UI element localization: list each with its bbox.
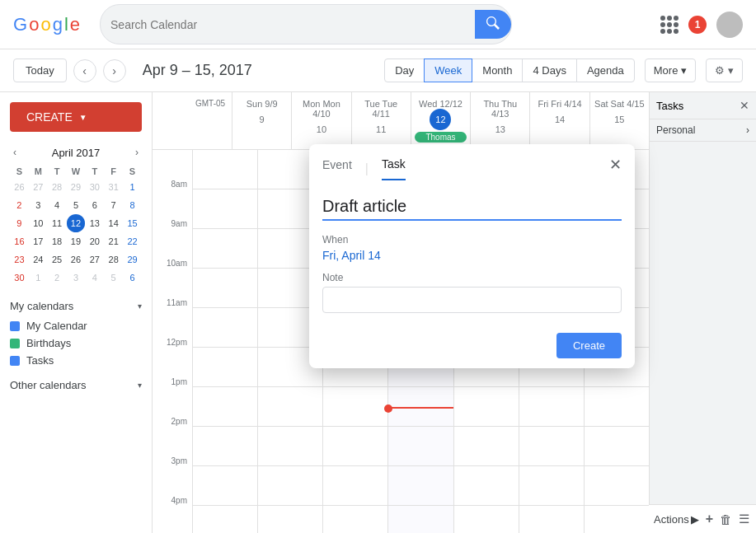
mini-cal-day[interactable]: 20 — [85, 232, 104, 250]
view-month[interactable]: Month — [472, 58, 523, 82]
mini-cal-day[interactable]: 15 — [123, 214, 142, 232]
mini-cal-day[interactable]: 14 — [104, 214, 123, 232]
mini-cal-day[interactable]: 26 — [67, 250, 86, 269]
cal-item-label: My Calendar — [26, 320, 87, 332]
mini-cal-day[interactable]: 17 — [29, 232, 48, 250]
mini-cal-day[interactable]: 13 — [85, 214, 104, 232]
mini-cal-day[interactable]: 7 — [104, 196, 123, 214]
day-column[interactable] — [192, 150, 257, 533]
day-number: 9 — [251, 109, 273, 130]
mini-cal-day[interactable]: 2 — [10, 196, 29, 214]
prev-button[interactable]: ‹ — [73, 59, 96, 82]
tasks-close-button[interactable]: ✕ — [740, 99, 749, 112]
day-number: 13 — [490, 119, 511, 140]
mini-cal-day[interactable]: 2 — [48, 269, 67, 287]
mini-cal-day[interactable]: 6 — [123, 269, 142, 287]
mini-cal-day[interactable]: 27 — [85, 250, 104, 269]
day-header[interactable]: Fri Fri 4/1414 — [529, 92, 589, 149]
mini-cal-day[interactable]: 21 — [104, 232, 123, 250]
mini-cal-day[interactable]: 30 — [85, 178, 104, 196]
my-calendars-arrow: ▾ — [138, 302, 142, 311]
mini-cal-day[interactable]: 4 — [48, 196, 67, 214]
mini-cal-day[interactable]: 16 — [10, 232, 29, 250]
day-header[interactable]: Sat Sat 4/1515 — [589, 92, 649, 149]
my-calendars-section[interactable]: My calendars ▾ — [10, 300, 142, 312]
event-chip[interactable]: Thomas — [415, 132, 467, 143]
mini-cal-day[interactable]: 3 — [29, 196, 48, 214]
mini-cal-day[interactable]: 25 — [48, 250, 67, 269]
view-day[interactable]: Day — [384, 58, 425, 82]
other-calendars-section[interactable]: Other calendars ▾ — [10, 379, 142, 391]
mini-cal-day[interactable]: 1 — [123, 178, 142, 196]
tab-event[interactable]: Event — [322, 158, 352, 180]
mini-cal-day[interactable]: 26 — [10, 178, 29, 196]
search-button[interactable] — [475, 10, 511, 39]
mini-cal-day[interactable]: 18 — [48, 232, 67, 250]
day-header[interactable]: Sun 9/99 — [232, 92, 291, 149]
mini-cal-day[interactable]: 23 — [10, 250, 29, 269]
mini-cal-day[interactable]: 29 — [67, 178, 86, 196]
mini-cal-day[interactable]: 27 — [29, 178, 48, 196]
mini-cal-day[interactable]: 1 — [29, 269, 48, 287]
tab-task[interactable]: Task — [382, 157, 406, 180]
dialog-close-button[interactable]: ✕ — [609, 156, 622, 182]
tasks-personal[interactable]: Personal › — [650, 119, 756, 142]
calendar-item[interactable]: My Calendar — [10, 317, 142, 334]
create-button[interactable]: CREATE ▼ — [10, 102, 142, 132]
dialog-date[interactable]: Fri, April 14 — [322, 249, 622, 262]
actions-text[interactable]: Actions ▶ — [654, 513, 699, 526]
apps-icon[interactable] — [660, 16, 679, 34]
mini-cal-day[interactable]: 5 — [104, 269, 123, 287]
dialog-when-label: When — [322, 234, 622, 245]
mini-cal-day[interactable]: 11 — [48, 214, 67, 232]
day-header[interactable]: Thu Thu 4/1313 — [470, 92, 529, 149]
mini-cal-day[interactable]: 10 — [29, 214, 48, 232]
mini-cal-day[interactable]: 9 — [10, 214, 29, 232]
delete-icon[interactable]: 🗑 — [720, 512, 732, 526]
mini-cal-day[interactable]: 30 — [10, 269, 29, 287]
mini-cal-day[interactable]: 4 — [85, 269, 104, 287]
cal-item-label: Tasks — [26, 354, 54, 367]
mini-cal-next[interactable]: › — [132, 145, 142, 160]
mini-cal-day[interactable]: 28 — [48, 178, 67, 196]
dialog-tabs: Event | Task ✕ — [309, 144, 635, 184]
today-number: 12 — [430, 109, 451, 130]
search-input[interactable] — [110, 18, 475, 31]
event-title-input[interactable] — [322, 194, 622, 221]
calendar-item[interactable]: Tasks — [10, 352, 142, 369]
mini-cal-day[interactable]: 31 — [104, 178, 123, 196]
calendar-item[interactable]: Birthdays — [10, 334, 142, 352]
day-header[interactable]: Wed 12/1212Thomas — [411, 92, 470, 149]
view-4days[interactable]: 4 Days — [522, 58, 576, 82]
mini-cal-day[interactable]: 22 — [123, 232, 142, 250]
mini-cal-day[interactable]: 6 — [85, 196, 104, 214]
next-button[interactable]: › — [103, 59, 126, 82]
view-agenda[interactable]: Agenda — [576, 58, 635, 82]
day-number: 15 — [608, 109, 630, 130]
more-button[interactable]: More ▾ — [645, 58, 697, 82]
mini-cal-day[interactable]: 8 — [123, 196, 142, 214]
mini-cal-day[interactable]: 28 — [104, 250, 123, 269]
avatar[interactable] — [716, 12, 743, 38]
gmt-label: GMT-05 — [192, 92, 232, 149]
day-header[interactable]: Tue Tue 4/1111 — [351, 92, 411, 149]
day-header[interactable]: Mon Mon 4/1010 — [291, 92, 350, 149]
create-event-button[interactable]: Create — [556, 333, 622, 358]
mini-cal-prev[interactable]: ‹ — [10, 145, 20, 160]
list-icon[interactable]: ☰ — [739, 512, 749, 526]
view-week[interactable]: Week — [424, 58, 472, 82]
settings-button[interactable]: ⚙ ▾ — [706, 58, 743, 82]
create-dropdown-arrow: ▼ — [79, 113, 87, 122]
mini-cal-day[interactable]: 12 — [67, 214, 86, 232]
today-button[interactable]: Today — [13, 58, 67, 82]
mini-cal-day[interactable]: 5 — [67, 196, 86, 214]
note-input[interactable] — [322, 287, 622, 313]
add-task-icon[interactable]: + — [706, 512, 713, 526]
mini-cal-day[interactable]: 24 — [29, 250, 48, 269]
mini-cal-day[interactable]: 29 — [123, 250, 142, 269]
mini-cal-day[interactable]: 3 — [67, 269, 86, 287]
mini-cal-day[interactable]: 19 — [67, 232, 86, 250]
notification-badge[interactable]: 1 — [688, 16, 707, 34]
current-time-line — [388, 407, 453, 409]
mini-cal-title[interactable]: April 2017 — [52, 147, 101, 159]
